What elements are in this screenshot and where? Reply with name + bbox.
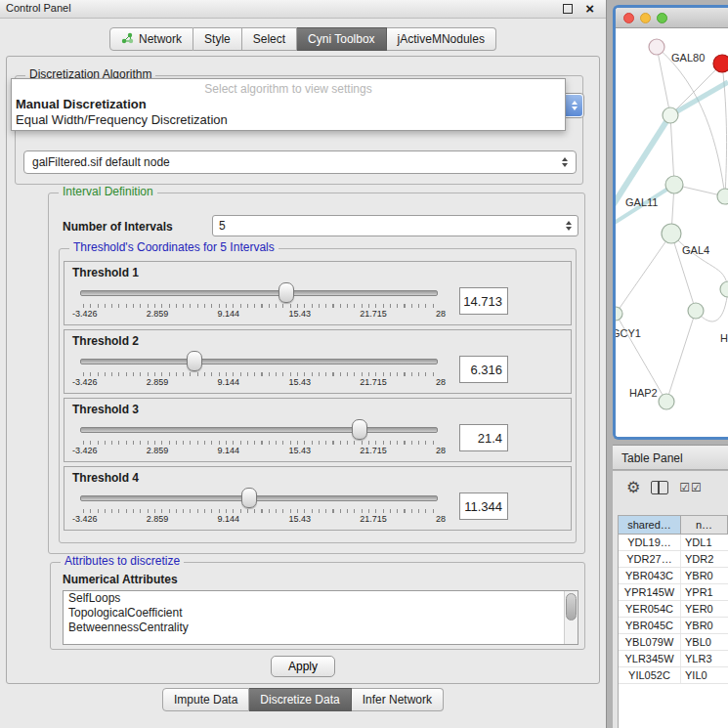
tab-style[interactable]: Style bbox=[193, 27, 242, 51]
table-row[interactable]: YPR145W YPR1 bbox=[619, 584, 728, 601]
algorithm-dropdown-popup: Select algorithm to view settings Manual… bbox=[11, 78, 566, 131]
tab-select[interactable]: Select bbox=[242, 27, 297, 51]
slider-tick-ruler bbox=[83, 304, 435, 308]
apply-button[interactable]: Apply bbox=[271, 656, 335, 677]
table-panel-titlebar: Table Panel bbox=[613, 445, 728, 470]
gear-icon[interactable]: ⚙ bbox=[626, 480, 640, 495]
thresholds-group: Threshold's Coordinates for 5 Intervals … bbox=[59, 248, 577, 543]
table-row[interactable]: YBL079W YBL0 bbox=[619, 634, 728, 651]
table-data-combobox[interactable]: galFiltered.sif default node bbox=[23, 150, 577, 174]
threshold-label: Threshold 3 bbox=[72, 403, 563, 416]
cyni-content-panel: Discretization Algorithm Table Data galF… bbox=[6, 56, 600, 684]
combobox-stepper-icon bbox=[562, 157, 568, 167]
slider-scale-labels: -3.426 2.859 9.144 15.43 21.715 28 bbox=[72, 446, 446, 455]
mac-minimize-icon[interactable] bbox=[640, 13, 651, 23]
attribute-list-item[interactable]: SelfLoops bbox=[64, 591, 578, 606]
threshold-slider[interactable]: -3.426 2.859 9.144 15.43 21.715 28 bbox=[72, 349, 446, 390]
slider-tick-ruler bbox=[83, 509, 435, 513]
slider-thumb[interactable] bbox=[187, 351, 202, 371]
threshold-slider[interactable]: -3.426 2.859 9.144 15.43 21.715 28 bbox=[72, 486, 446, 527]
number-of-intervals-spinner[interactable]: 5 bbox=[212, 215, 578, 236]
table-row[interactable]: YLR345W YLR3 bbox=[619, 651, 728, 667]
screenshot-root: Control Panel × Network Style Select Cyn… bbox=[0, 0, 728, 728]
threshold-panel: Threshold 2 -3.426 2.859 9.144 bbox=[64, 329, 572, 394]
threshold-slider[interactable]: -3.426 2.859 9.144 15.43 21.715 28 bbox=[72, 280, 446, 321]
threshold-label: Threshold 1 bbox=[72, 266, 563, 279]
threshold-label: Threshold 4 bbox=[72, 471, 563, 485]
threshold-panel: Threshold 3 -3.426 2.859 9.144 bbox=[64, 398, 572, 462]
slider-scale-labels: -3.426 2.859 9.144 15.43 21.715 28 bbox=[72, 309, 446, 319]
slider-tick-ruler bbox=[83, 372, 435, 376]
slider-track[interactable] bbox=[80, 427, 438, 433]
table-panel: ⚙ ☑☑ shared… n… YDL19… YDL1 YDR27… bbox=[613, 471, 728, 728]
slider-track[interactable] bbox=[80, 290, 438, 296]
network-window-titlebar bbox=[616, 8, 728, 28]
node-label: GAL11 bbox=[625, 196, 658, 208]
table-toolbar: ⚙ ☑☑ bbox=[613, 471, 728, 504]
attributes-scrollbar[interactable] bbox=[564, 591, 578, 644]
table-row[interactable]: YDL19… YDL1 bbox=[619, 535, 728, 551]
tab-jactivemnodules[interactable]: jActiveMNodules bbox=[387, 27, 496, 51]
table-row[interactable]: YDR27… YDR2 bbox=[619, 551, 728, 568]
table-row[interactable]: YIL052C YIL0 bbox=[619, 667, 728, 684]
slider-scale-labels: -3.426 2.859 9.144 15.43 21.715 28 bbox=[72, 514, 446, 524]
threshold-value-field[interactable]: 6.316 bbox=[459, 356, 508, 383]
node-table: shared… n… YDL19… YDL1 YDR27… YDR2 bbox=[618, 515, 728, 728]
table-header-row: shared… n… bbox=[619, 516, 728, 535]
table-row[interactable]: YBR045C YBR0 bbox=[619, 618, 728, 634]
slider-tick-ruler bbox=[83, 441, 435, 445]
close-icon[interactable]: × bbox=[585, 0, 594, 17]
attributes-group: Attributes to discretize Numerical Attri… bbox=[50, 562, 585, 650]
popup-option-manual-discretization[interactable]: Manual Discretization bbox=[12, 96, 565, 111]
slider-scale-labels: -3.426 2.859 9.144 15.43 21.715 28 bbox=[72, 377, 446, 387]
mac-close-icon[interactable] bbox=[623, 13, 634, 23]
table-row[interactable]: YBR043C YBR0 bbox=[619, 568, 728, 584]
threshold-value-field[interactable]: 14.713 bbox=[459, 287, 508, 315]
table-row[interactable]: YER054C YER0 bbox=[619, 601, 728, 618]
node-label: GAL4 bbox=[682, 244, 709, 256]
scrollbar-thumb[interactable] bbox=[566, 593, 577, 621]
number-of-intervals-label: Number of Intervals bbox=[63, 220, 173, 234]
threshold-slider[interactable]: -3.426 2.859 9.144 15.43 21.715 28 bbox=[72, 417, 446, 458]
slider-thumb[interactable] bbox=[352, 419, 367, 440]
tab-infer-network[interactable]: Infer Network bbox=[352, 688, 444, 711]
combobox-stepper-icon[interactable] bbox=[566, 95, 582, 116]
attribute-list-item[interactable]: BetweennessCentrality bbox=[64, 621, 578, 635]
slider-track[interactable] bbox=[80, 495, 438, 501]
popup-option-equal-width-frequency[interactable]: Equal Width/Frequency Discretization bbox=[12, 111, 565, 127]
columns-icon[interactable] bbox=[651, 481, 668, 494]
column-header-name[interactable]: n… bbox=[681, 516, 728, 535]
column-header-shared-name[interactable]: shared… bbox=[619, 516, 681, 535]
slider-thumb[interactable] bbox=[278, 282, 294, 303]
numerical-attributes-label: Numerical Attributes bbox=[63, 573, 178, 586]
attribute-list-item[interactable]: TopologicalCoefficient bbox=[64, 606, 578, 621]
window-title: Control Panel bbox=[6, 2, 71, 14]
network-graph[interactable] bbox=[616, 28, 728, 438]
interval-definition-group: Interval Definition Number of Intervals … bbox=[48, 193, 585, 554]
interval-definition-title: Interval Definition bbox=[59, 186, 157, 198]
control-panel-window: Control Panel × Network Style Select Cyn… bbox=[0, 0, 607, 728]
node-label: GCY1 bbox=[613, 327, 641, 339]
slider-thumb[interactable] bbox=[241, 488, 257, 508]
top-tabbar: Network Style Select Cyni Toolbox jActiv… bbox=[0, 27, 606, 51]
tab-cyni-toolbox[interactable]: Cyni Toolbox bbox=[297, 27, 386, 51]
tab-impute-data[interactable]: Impute Data bbox=[162, 688, 249, 711]
float-window-icon[interactable] bbox=[563, 4, 573, 14]
threshold-value-field[interactable]: 21.4 bbox=[459, 424, 508, 451]
network-canvas[interactable]: GAL80 GAL11 GAL4 GCY1 HAP2 H bbox=[616, 28, 728, 438]
threshold-panel: Threshold 4 -3.426 2.859 9.144 bbox=[64, 466, 572, 531]
slider-track[interactable] bbox=[80, 359, 438, 364]
tab-network[interactable]: Network bbox=[109, 27, 193, 51]
threshold-value-field[interactable]: 11.344 bbox=[459, 492, 508, 520]
attributes-list: SelfLoopsTopologicalCoefficientBetweenne… bbox=[63, 590, 578, 645]
spinner-stepper-icon[interactable] bbox=[566, 221, 572, 231]
node-label: GAL80 bbox=[671, 52, 705, 64]
popup-header: Select algorithm to view settings bbox=[12, 79, 565, 96]
tab-discretize-data[interactable]: Discretize Data bbox=[249, 688, 351, 711]
threshold-label: Threshold 2 bbox=[72, 334, 563, 348]
table-data-value: galFiltered.sif default node bbox=[32, 155, 170, 169]
network-view-window: GAL80 GAL11 GAL4 GCY1 HAP2 H bbox=[613, 5, 728, 440]
node-label: H bbox=[720, 332, 728, 344]
select-columns-icons[interactable]: ☑☑ bbox=[679, 481, 703, 494]
mac-zoom-icon[interactable] bbox=[657, 13, 667, 23]
